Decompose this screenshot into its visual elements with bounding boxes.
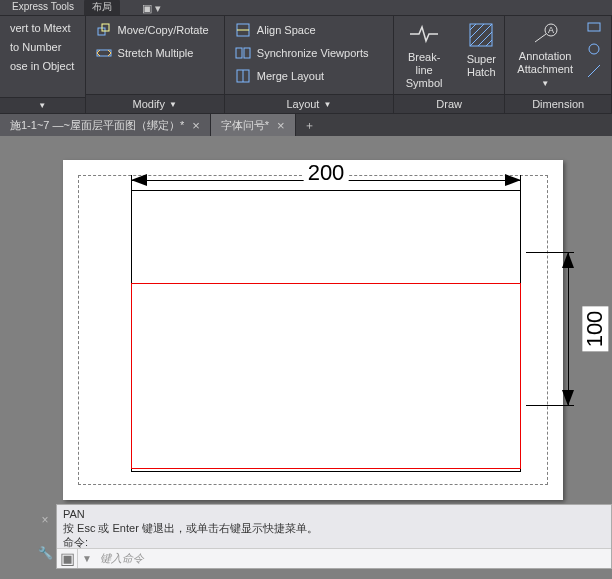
ribbon-tab-layout[interactable]: 布局: [84, 0, 120, 15]
document-tab-1[interactable]: 施1-1~7 —~屋面层平面图（绑定）* ×: [0, 114, 211, 136]
align-space-button[interactable]: Align Space: [231, 20, 373, 40]
svg-rect-12: [588, 23, 600, 31]
add-tab-button[interactable]: ＋: [300, 115, 320, 135]
ribbon-panel-layout: Align Space Synchronize Viewports Merge …: [225, 16, 394, 113]
layout-panel-footer[interactable]: Layout ▼: [225, 94, 393, 113]
dim-tool-3-icon[interactable]: [585, 62, 603, 80]
plus-icon: ＋: [304, 118, 315, 133]
command-window[interactable]: PAN 按 Esc 或 Enter 键退出，或单击右键显示快捷菜单。 命令: ▣…: [56, 504, 612, 569]
drawing-canvas[interactable]: 200 100: [0, 136, 612, 504]
command-side-icons: × 🔧: [36, 504, 54, 569]
breakline-icon: [409, 20, 439, 48]
annotation-attachment-icon: A: [530, 20, 560, 47]
move-copy-rotate-button[interactable]: Move/Copy/Rotate: [92, 20, 213, 40]
convert-to-mtext-button[interactable]: vert to Mtext: [6, 20, 78, 36]
stretch-multiple-button[interactable]: Stretch Multiple: [92, 43, 213, 63]
viewport-selected[interactable]: [131, 283, 521, 469]
ribbon-panel-text: vert to Mtext to Number ose in Object ▼: [0, 16, 86, 113]
align-space-icon: [235, 22, 251, 38]
command-history: PAN 按 Esc 或 Enter 键退出，或单击右键显示快捷菜单。 命令:: [57, 505, 611, 551]
close-command-icon[interactable]: ×: [37, 512, 53, 528]
modify-panel-footer[interactable]: Modify ▼: [86, 94, 224, 113]
ribbon-tab-express-tools[interactable]: Express Tools: [4, 0, 82, 15]
svg-point-13: [589, 44, 599, 54]
document-tab-2-label: 字体问号*: [221, 118, 269, 133]
ribbon-panel-modify: Move/Copy/Rotate Stretch Multiple Modify…: [86, 16, 225, 113]
command-input[interactable]: 键入命令: [96, 551, 611, 566]
dimension-vertical[interactable]: 100: [543, 252, 583, 406]
document-tab-bar: 施1-1~7 —~屋面层平面图（绑定）* × 字体问号* × ＋: [0, 114, 612, 136]
chevron-down-icon: ▼: [541, 79, 549, 88]
command-history-line: PAN: [63, 507, 605, 521]
merge-layout-button[interactable]: Merge Layout: [231, 66, 373, 86]
dimension-panel-footer: Dimension: [505, 94, 611, 113]
dimension-value-right: 100: [582, 307, 608, 352]
ribbon-panel-draw: Break-line Symbol Super Hatch Draw: [394, 16, 505, 113]
ribbon-tab-strip: Express Tools 布局 ▣ ▾: [0, 0, 612, 16]
svg-rect-5: [236, 48, 242, 58]
close-icon[interactable]: ×: [277, 119, 285, 132]
dim-tool-2-icon[interactable]: [585, 40, 603, 58]
command-history-line: 按 Esc 或 Enter 键退出，或单击右键显示快捷菜单。: [63, 521, 605, 535]
text-panel-footer[interactable]: ▼: [0, 97, 85, 113]
wrench-icon[interactable]: 🔧: [37, 545, 53, 561]
close-icon[interactable]: ×: [192, 119, 200, 132]
merge-layout-icon: [235, 68, 251, 84]
sync-viewports-icon: [235, 45, 251, 61]
stretch-icon: [96, 45, 112, 61]
super-hatch-button[interactable]: Super Hatch: [458, 16, 504, 90]
command-history-line: 命令:: [63, 535, 605, 549]
document-tab-2[interactable]: 字体问号* ×: [211, 114, 296, 136]
dim-tool-1-icon[interactable]: [585, 18, 603, 36]
panel-options-icon[interactable]: ▣ ▾: [142, 2, 161, 15]
chevron-down-icon[interactable]: ▼: [77, 549, 96, 568]
sync-viewports-button[interactable]: Synchronize Viewports: [231, 43, 373, 63]
breakline-symbol-button[interactable]: Break-line Symbol: [394, 16, 454, 90]
chevron-down-icon: ▼: [38, 101, 46, 110]
svg-rect-6: [244, 48, 250, 58]
enclose-in-object-button[interactable]: ose in Object: [6, 58, 78, 74]
dimension-value-top: 200: [304, 160, 349, 186]
paper-sheet: 200 100: [63, 160, 563, 500]
draw-panel-footer: Draw: [394, 94, 504, 113]
command-input-row: ▣ ▼ 键入命令: [57, 548, 611, 568]
svg-text:A: A: [548, 25, 554, 35]
ribbon: vert to Mtext to Number ose in Object ▼ …: [0, 16, 612, 114]
super-hatch-icon: [466, 20, 496, 50]
ribbon-panel-dimension: A Annotation Attachment ▼ Dimension: [505, 16, 612, 113]
auto-number-button[interactable]: to Number: [6, 39, 78, 55]
command-prompt-icon[interactable]: ▣: [57, 549, 77, 569]
document-tab-1-label: 施1-1~7 —~屋面层平面图（绑定）*: [10, 118, 184, 133]
annotation-attachment-button[interactable]: A Annotation Attachment ▼: [509, 16, 581, 90]
chevron-down-icon: ▼: [169, 100, 177, 109]
move-copy-rotate-icon: [96, 22, 112, 38]
chevron-down-icon: ▼: [323, 100, 331, 109]
